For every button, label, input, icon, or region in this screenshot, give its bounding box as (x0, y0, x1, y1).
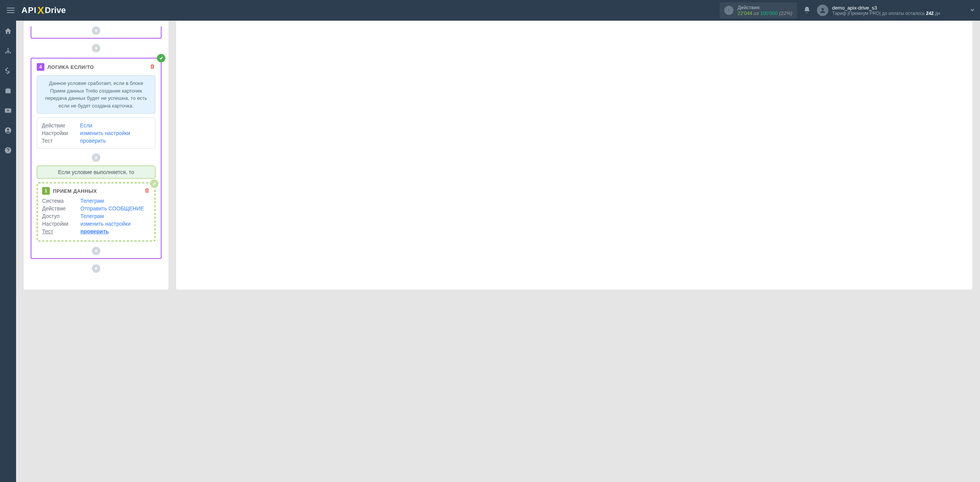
logo-text-x: X (38, 5, 44, 16)
actions-numbers: 22'044 из 100'000 (22%) (737, 10, 792, 16)
svg-point-12 (8, 151, 8, 152)
block-props: Действие Если Настройки изменить настрой… (37, 117, 155, 149)
block-purple-logic: 4 ЛОГИКА ЕСЛИ/ТО Данное условие сработае… (31, 58, 162, 259)
prop-row-action: Действие Если (42, 122, 150, 129)
check-badge-light-icon (150, 179, 158, 188)
logo[interactable]: API X Drive (21, 5, 66, 16)
prop-label: Настройки (42, 221, 74, 227)
add-block-button[interactable]: + (92, 44, 100, 52)
block-previous-partial: + (31, 26, 162, 39)
bell-icon[interactable] (803, 6, 811, 15)
right-panel (176, 21, 972, 290)
prop-row-system: Система Телеграм (42, 197, 150, 205)
user-text: demo_apix-drive_s3 Тариф |Премиум PRO| д… (832, 5, 940, 16)
prop-label: Действие (42, 205, 74, 212)
main-content: + + 4 ЛОГИКА ЕСЛИ/ТО Данное условие (16, 21, 980, 290)
actions-text: Действия: 22'044 из 100'000 (22%) (737, 5, 792, 16)
user-tariff: Тариф |Премиум PRO| до оплаты осталось 2… (832, 11, 940, 16)
add-inner-button[interactable]: + (92, 26, 100, 35)
prop-label: Система (42, 198, 74, 204)
header-left: API X Drive (5, 5, 66, 16)
hamburger-menu-icon[interactable] (5, 5, 17, 15)
svg-point-4 (7, 48, 8, 49)
sidebar (0, 21, 16, 290)
prop-value-system[interactable]: Телеграм (80, 198, 104, 204)
block-header: 4 ЛОГИКА ЕСЛИ/ТО (31, 59, 161, 74)
prop-row-test: Тест проверить (42, 228, 150, 235)
svg-rect-1 (729, 10, 729, 11)
trash-icon[interactable] (144, 187, 150, 195)
prop-row-test: Тест проверить (42, 137, 150, 145)
add-inner-button[interactable]: + (92, 247, 100, 255)
svg-point-10 (7, 129, 9, 130)
header: API X Drive Действия: 22'044 из 100'000 … (0, 0, 980, 21)
svg-point-6 (7, 52, 8, 53)
logo-text-1: API (21, 5, 37, 15)
block-title: ЛОГИКА ЕСЛИ/ТО (47, 64, 94, 70)
block-number-badge: 1 (42, 187, 50, 195)
prop-value-settings[interactable]: изменить настройки (80, 221, 131, 227)
prop-label: Тест (42, 138, 73, 144)
tariff-prefix: Тариф |Премиум PRO| до оплаты осталось (832, 11, 926, 16)
svg-rect-2 (729, 9, 729, 10)
sidebar-help-icon[interactable] (0, 145, 16, 156)
tariff-days: 242 (926, 11, 934, 16)
prop-label: Настройки (42, 130, 73, 136)
user-info[interactable]: demo_apix-drive_s3 Тариф |Премиум PRO| д… (817, 5, 940, 16)
block-header-left: 4 ЛОГИКА ЕСЛИ/ТО (37, 63, 94, 71)
sidebar-connections-icon[interactable] (0, 45, 16, 57)
user-name: demo_apix-drive_s3 (832, 5, 940, 11)
sidebar-briefcase-icon[interactable] (0, 85, 16, 96)
user-avatar-icon (817, 5, 828, 16)
svg-point-3 (822, 8, 824, 10)
actions-label: Действия: (737, 5, 792, 10)
actions-badge[interactable]: Действия: 22'044 из 100'000 (22%) (720, 2, 797, 18)
block-logic: 4 ЛОГИКА ЕСЛИ/ТО Данное условие сработае… (31, 58, 162, 259)
condition-banner: Если условие выполняется, то (37, 166, 155, 179)
block-props: Система Телеграм Действие Отправить СООБ… (38, 197, 155, 235)
sidebar-dollar-icon[interactable] (0, 65, 16, 77)
check-badge-icon (157, 54, 165, 62)
block-header: 1 ПРИЕМ ДАННЫХ (38, 183, 155, 197)
chevron-down-icon[interactable] (969, 7, 975, 14)
tariff-suffix: дн (934, 11, 940, 16)
logo-text-2: Drive (45, 5, 66, 15)
trash-icon[interactable] (149, 64, 155, 71)
sidebar-youtube-icon[interactable] (0, 105, 16, 116)
block-info-text: Данное условие сработает, если в блоке П… (37, 75, 155, 114)
add-inner-button[interactable]: + (92, 153, 100, 162)
prop-value-settings[interactable]: изменить настройки (80, 130, 130, 136)
block-title: ПРИЕМ ДАННЫХ (53, 188, 97, 194)
block-header-left: 1 ПРИЕМ ДАННЫХ (42, 187, 97, 195)
prop-row-settings: Настройки изменить настройки (42, 129, 150, 137)
prop-value-action[interactable]: Если (80, 122, 92, 129)
prop-row-access: Доступ Телеграм (42, 212, 150, 220)
prop-value-access[interactable]: Телеграм (80, 213, 104, 219)
prop-label: Тест (42, 228, 74, 234)
block-receive-data: 1 ПРИЕМ ДАННЫХ Система Телеграм (37, 182, 155, 241)
sidebar-home-icon[interactable] (0, 25, 16, 37)
block-number-badge: 4 (37, 63, 44, 71)
prop-row-action: Действие Отправить СООБЩЕНИЕ (42, 205, 150, 212)
prop-value-action[interactable]: Отправить СООБЩЕНИЕ (80, 205, 144, 212)
actions-count: 22'044 (737, 10, 752, 16)
actions-total: 100'000 (760, 10, 778, 16)
left-panel: + + 4 ЛОГИКА ЕСЛИ/ТО Данное условие (24, 21, 168, 290)
actions-of: из (754, 10, 759, 16)
prop-label: Доступ (42, 213, 74, 219)
prop-value-test[interactable]: проверить (80, 228, 109, 234)
prop-label: Действие (42, 122, 73, 129)
info-icon (724, 6, 733, 15)
prop-row-settings: Настройки изменить настройки (42, 220, 150, 228)
actions-pct: (22%) (779, 10, 792, 16)
prop-value-test[interactable]: проверить (80, 138, 106, 144)
sidebar-user-icon[interactable] (0, 125, 16, 136)
add-block-button[interactable]: + (92, 264, 100, 273)
block-purple-partial: + (31, 26, 162, 39)
header-right: Действия: 22'044 из 100'000 (22%) demo_a… (720, 2, 975, 18)
